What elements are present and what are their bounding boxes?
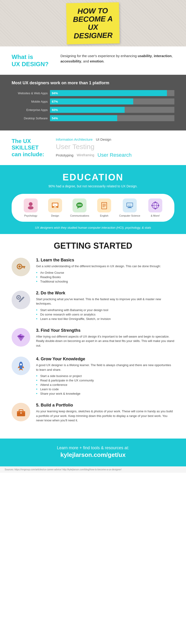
step-3: 3. Find Your Strengths After trying out … (12, 328, 174, 350)
step-5-title: 5. Build a Portfolio (36, 403, 174, 408)
svg-point-8 (79, 204, 80, 206)
step-1-content: 1. Learn the Basics Get a solid understa… (36, 258, 161, 284)
edu-label-more: & More! (151, 214, 160, 217)
step-1-desc: Get a solid understanding of the differe… (36, 264, 161, 268)
svg-point-4 (53, 204, 54, 205)
bar-fill-mobile: 67% (50, 98, 133, 104)
hero-card: HOW TO BECOME A UX DESIGNER (66, 2, 120, 44)
sources-text: Sources: https://nngroup.com/articles/ux… (5, 468, 121, 471)
list-item: Start wireframing with Balsamiq or your … (36, 308, 174, 312)
edu-icon-more: & More! (146, 198, 165, 217)
svg-rect-44 (20, 367, 22, 369)
bar-row-mobile: Mobile Apps 67% (12, 98, 174, 104)
bar-track-mobile: 67% (50, 98, 174, 104)
skillset-section: The UX SKILLSET can include: Information… (0, 130, 186, 165)
list-item: Attend a conference (36, 382, 174, 387)
step-4-icon (12, 356, 30, 375)
list-item: Traditional schooling (36, 279, 161, 284)
list-item: Reading Books (36, 275, 161, 279)
svg-point-24 (155, 202, 156, 203)
communications-icon (73, 198, 86, 212)
svg-point-9 (80, 204, 82, 206)
footer-url: kylejlarson.com/get/ux (12, 451, 174, 458)
svg-point-25 (155, 208, 156, 210)
bar-label-enterprise: Enterprise Apps (12, 108, 48, 112)
step-4-title: 4. Grow Your Knowledge (36, 356, 174, 362)
edu-label-psychology: Psychology (24, 214, 37, 217)
step-1: 1. Learn the Basics Get a solid understa… (12, 258, 174, 284)
english-icon (97, 198, 111, 212)
svg-marker-45 (19, 369, 23, 370)
step-4-list: Start a side business or project Read & … (36, 374, 174, 396)
step-4: 4. Grow Your Knowledge A good UX designe… (12, 356, 174, 396)
step-5-desc: As your learning keep designs, sketches … (36, 409, 174, 423)
footer-cta-section: Learn more + find tools & resources at: … (0, 438, 186, 466)
edu-icon-design: Design (46, 198, 64, 217)
hero-title: HOW TO BECOME A UX DESIGNER (73, 6, 113, 40)
sources-section: Sources: https://nngroup.com/articles/ux… (0, 466, 186, 473)
platforms-section: Most UX designers work on more than 1 pl… (0, 75, 186, 130)
edu-label-english: English (100, 214, 108, 217)
computer-science-icon: </> (123, 198, 137, 212)
hero-section: HOW TO BECOME A UX DESIGNER (0, 0, 186, 46)
bar-label-mobile: Mobile Apps (12, 100, 48, 103)
bar-label-websites: Websites & Web Apps (12, 92, 48, 95)
bar-track-desktop: 54% (50, 115, 174, 121)
step-4-content: 4. Grow Your Knowledge A good UX designe… (36, 356, 174, 396)
svg-rect-31 (24, 267, 25, 268)
bar-pct-websites: 94% (52, 92, 58, 95)
svg-rect-50 (20, 412, 22, 414)
skillset-heading: The UX SKILLSET can include: (12, 138, 49, 158)
bar-label-desktop: Desktop Software (12, 116, 48, 120)
bar-chart: Websites & Web Apps 94% Mobile Apps 67% … (12, 90, 174, 121)
what-is-title-block: What is UX DESIGN? (12, 54, 54, 68)
step-3-desc: After trying out different aspects of UX… (36, 334, 174, 348)
edu-label-design: Design (51, 214, 59, 217)
edu-icon-cs: </> Computer Science (119, 198, 140, 217)
education-icons: Psychology Design (12, 194, 174, 222)
skill-ui-design: UI Design (96, 138, 111, 142)
svg-rect-19 (127, 208, 132, 208)
education-heading: EDUCATION (12, 172, 174, 182)
skillset-highlight: SKILLSET (12, 144, 39, 151)
step-4-desc: A good UX designer is a lifelong learner… (36, 363, 174, 372)
skill-user-testing: User Testing (56, 143, 174, 151)
skill-user-research: User Research (97, 152, 132, 158)
skillset-title-block: The UX SKILLSET can include: (12, 138, 49, 158)
list-item: Learn a new tool like Omnigraffle, Sketc… (36, 317, 174, 321)
svg-point-0 (29, 202, 33, 206)
bar-row-desktop: Desktop Software 54% (12, 115, 174, 121)
svg-rect-32 (23, 267, 24, 268)
what-is-heading: What is UX DESIGN? (12, 54, 54, 68)
step-5-content: 5. Build a Portfolio As your learning ke… (36, 403, 174, 424)
bar-track-websites: 94% (50, 90, 174, 96)
step-1-list: An Online Course Reading Books Tradition… (36, 270, 161, 284)
bar-pct-enterprise: 60% (52, 108, 58, 112)
step-2-desc: Start practicing what you've learned. Th… (36, 297, 174, 306)
svg-rect-48 (19, 410, 23, 412)
bar-row-enterprise: Enterprise Apps 60% (12, 107, 174, 113)
list-item: Share your work & knowledge (36, 392, 174, 396)
list-item: Learn to code (36, 387, 174, 392)
step-1-icon (12, 258, 30, 276)
svg-point-7 (78, 204, 79, 206)
step-5: 5. Build a Portfolio As your learning ke… (12, 403, 174, 424)
step-2-list: Start wireframing with Balsamiq or your … (36, 308, 174, 321)
step-2-title: 2. Do the Work (36, 291, 174, 296)
psychology-icon (24, 198, 38, 212)
edu-icon-communications: Communications (70, 198, 89, 217)
step-2: 2. Do the Work Start practicing what you… (12, 291, 174, 321)
what-is-highlight: UX DESIGN? (12, 60, 49, 68)
skill-prototyping: Prototyping (56, 153, 73, 157)
svg-rect-30 (21, 266, 25, 267)
design-icon (48, 198, 62, 212)
svg-point-29 (18, 265, 21, 268)
skill-information-architecture: Information Architecture (56, 138, 93, 142)
list-item: Read & participate in the UX community (36, 378, 174, 382)
step-2-content: 2. Do the Work Start practicing what you… (36, 291, 174, 321)
skillset-words: Information Architecture UI Design User … (56, 138, 174, 158)
svg-point-43 (20, 364, 22, 366)
step-3-content: 3. Find Your Strengths After trying out … (36, 328, 174, 350)
platforms-heading: Most UX designers work on more than 1 pl… (12, 80, 174, 86)
edu-icon-psychology: Psychology (21, 198, 40, 217)
